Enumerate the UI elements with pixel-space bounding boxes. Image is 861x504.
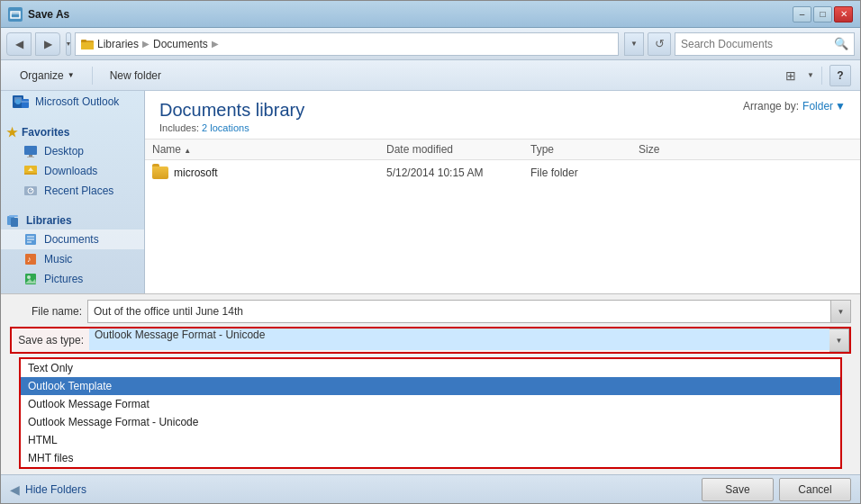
table-row[interactable]: microsoft 5/12/2014 10:15 AM File folder — [145, 164, 860, 182]
sidebar-item-pictures[interactable]: Pictures — [1, 269, 144, 289]
sidebar-item-recent-places[interactable]: Recent Places — [1, 181, 144, 201]
documents-icon — [23, 232, 39, 247]
sidebar: Microsoft Outlook ★ Favorites Desktop — [1, 91, 145, 293]
library-title: Documents library — [159, 100, 304, 121]
filename-label: File name: — [10, 305, 82, 318]
includes-label: Includes: — [159, 122, 199, 133]
svg-point-29 — [27, 275, 31, 279]
save-type-dropdown-list: Text Only Outlook Template Outlook Messa… — [19, 357, 842, 469]
svg-text:♪: ♪ — [27, 255, 32, 264]
save-type-dropdown[interactable]: ▼ — [829, 328, 849, 352]
sidebar-libraries-header[interactable]: Libraries — [1, 208, 144, 230]
hide-folders-button[interactable]: Hide Folders — [25, 483, 86, 496]
locations-link[interactable]: 2 locations — [202, 122, 249, 133]
folder-icon — [81, 38, 94, 50]
view-dropdown-icon[interactable]: ▼ — [807, 71, 814, 79]
filename-input[interactable] — [87, 300, 831, 323]
save-as-type-row: Save as type: Outlook Message Format - U… — [10, 327, 851, 354]
search-input[interactable] — [681, 38, 830, 50]
dropdown-option-mht[interactable]: MHT files — [21, 449, 840, 467]
refresh-button[interactable]: ↺ — [648, 32, 671, 56]
organize-chevron-icon: ▼ — [68, 71, 75, 79]
library-header: Documents library Includes: 2 locations … — [145, 91, 860, 140]
folder-icon — [152, 166, 168, 179]
dropdown-option-text-only[interactable]: Text Only — [21, 359, 840, 377]
close-button[interactable]: ✕ — [834, 6, 853, 22]
organize-button[interactable]: Organize ▼ — [10, 64, 85, 87]
address-bar[interactable]: Libraries ▶ Documents ▶ — [75, 32, 619, 56]
arrange-by: Arrange by: Folder ▼ — [743, 100, 846, 112]
help-button[interactable]: ? — [829, 65, 851, 86]
file-list: microsoft 5/12/2014 10:15 AM File folder — [145, 160, 860, 293]
file-type-cell: File folder — [530, 166, 639, 179]
forward-button[interactable]: ▶ — [35, 32, 60, 56]
dropdown-option-outlook-unicode[interactable]: Outlook Message Format - Unicode — [21, 413, 840, 431]
search-box[interactable]: 🔍 — [675, 32, 855, 56]
file-name-label: microsoft — [174, 166, 218, 179]
organize-bar: Organize ▼ New folder ⊞ ▼ ? — [1, 60, 860, 91]
locations-count: 2 — [202, 122, 207, 133]
sidebar-item-downloads[interactable]: Downloads — [1, 161, 144, 181]
dropdown-option-outlook-format[interactable]: Outlook Message Format — [21, 395, 840, 413]
view-controls: ⊞ ▼ ? — [778, 64, 851, 87]
library-includes: Includes: 2 locations — [159, 122, 304, 133]
arrange-by-dropdown[interactable]: Folder ▼ — [802, 100, 846, 112]
filename-dropdown[interactable]: ▼ — [831, 300, 851, 323]
pictures-icon — [23, 272, 39, 286]
music-label: Music — [44, 253, 72, 266]
col-sort-icon: ▲ — [184, 147, 191, 155]
view-toggle-button[interactable]: ⊞ — [778, 64, 803, 87]
sidebar-item-documents[interactable]: Documents — [1, 230, 144, 249]
dropdown-arrow-button[interactable]: ▼ — [66, 32, 71, 56]
col-header-size[interactable]: Size — [639, 143, 711, 156]
hide-folders-icon: ◀ — [10, 482, 20, 497]
col-header-type[interactable]: Type — [530, 143, 639, 156]
window-title: Save As — [28, 8, 793, 21]
documents-label: Documents — [44, 233, 99, 246]
maximize-button[interactable]: □ — [813, 6, 832, 22]
svg-rect-3 — [81, 42, 94, 50]
outlook-icon — [12, 94, 30, 110]
file-date-cell: 5/12/2014 10:15 AM — [386, 166, 530, 179]
libraries-icon — [6, 213, 23, 228]
col-size-label: Size — [639, 143, 659, 156]
col-header-date[interactable]: Date modified — [386, 143, 530, 156]
col-header-name[interactable]: Name ▲ — [152, 143, 386, 156]
svg-rect-4 — [81, 40, 86, 42]
recent-places-label: Recent Places — [44, 184, 113, 197]
bottom-action-buttons: Save Cancel — [702, 478, 851, 501]
search-icon: 🔍 — [834, 37, 848, 50]
minimize-button[interactable]: – — [793, 6, 811, 22]
back-button[interactable]: ◀ — [6, 32, 32, 56]
cancel-button[interactable]: Cancel — [779, 478, 851, 501]
dropdown-option-html[interactable]: HTML — [21, 431, 840, 449]
sidebar-item-desktop[interactable]: Desktop — [1, 141, 144, 161]
svg-rect-14 — [24, 173, 37, 175]
arrange-dropdown-icon: ▼ — [835, 100, 846, 112]
svg-rect-11 — [29, 155, 32, 157]
outlook-label: Microsoft Outlook — [35, 95, 119, 108]
window-controls: – □ ✕ — [793, 6, 853, 22]
content-panel: Documents library Includes: 2 locations … — [145, 91, 860, 293]
save-type-value[interactable]: Outlook Message Format - Unicode — [89, 328, 829, 350]
star-icon: ★ — [6, 125, 18, 140]
bottom-area: File name: ▼ Save as type: Outlook Messa… — [1, 293, 860, 474]
address-dropdown-btn[interactable]: ▼ — [624, 32, 644, 56]
dropdown-option-outlook-template[interactable]: Outlook Template — [21, 377, 840, 395]
sidebar-item-outlook[interactable]: Microsoft Outlook — [1, 91, 144, 112]
svg-rect-12 — [27, 157, 34, 158]
downloads-icon — [23, 164, 39, 178]
address-part-libraries: Libraries — [97, 38, 139, 50]
downloads-label: Downloads — [44, 165, 97, 177]
pictures-label: Pictures — [44, 273, 83, 285]
new-folder-label: New folder — [110, 69, 161, 82]
file-type-label: File folder — [530, 166, 578, 179]
file-date-label: 5/12/2014 10:15 AM — [386, 166, 483, 179]
locations-label: locations — [210, 122, 249, 133]
new-folder-button[interactable]: New folder — [100, 64, 171, 87]
sidebar-favorites-header[interactable]: ★ Favorites — [1, 120, 144, 141]
desktop-icon — [23, 144, 39, 158]
save-button[interactable]: Save — [702, 478, 774, 501]
sidebar-item-music[interactable]: ♪ Music — [1, 249, 144, 269]
desktop-label: Desktop — [44, 145, 84, 158]
